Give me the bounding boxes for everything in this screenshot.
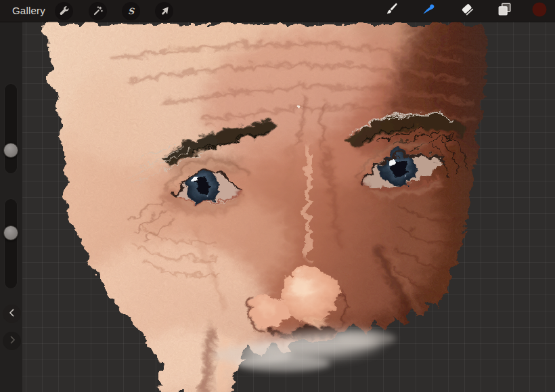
brush-icon (383, 1, 399, 20)
chevron-right-icon (5, 333, 19, 349)
undo-button[interactable] (3, 305, 21, 323)
drawing-canvas[interactable] (22, 22, 555, 392)
layers-button[interactable] (496, 3, 512, 19)
portrait-artwork (22, 22, 555, 392)
sidebar (0, 22, 22, 392)
color-swatch (532, 2, 547, 20)
brush-size-slider-handle[interactable] (3, 143, 18, 158)
transform-arrow-icon (158, 5, 171, 18)
redo-button[interactable] (3, 332, 21, 350)
actions-button[interactable] (55, 2, 73, 20)
wrench-icon (58, 5, 70, 18)
selection-button[interactable]: S (122, 2, 140, 20)
brush-opacity-slider[interactable] (4, 198, 18, 289)
selection-s-icon: S (125, 5, 137, 18)
gallery-button[interactable]: Gallery (12, 0, 45, 22)
adjustments-button[interactable] (89, 2, 107, 20)
eraser-icon (459, 1, 475, 20)
erase-tool-button[interactable] (459, 3, 475, 19)
paint-tool-button[interactable] (383, 3, 399, 19)
color-swatch-button[interactable] (532, 3, 547, 18)
magic-wand-icon (91, 5, 104, 18)
smudge-tool-button-active[interactable] (420, 3, 437, 19)
transform-button[interactable] (155, 2, 173, 20)
app-window: Gallery S (0, 0, 555, 392)
smudge-icon (420, 1, 437, 20)
brush-opacity-slider-handle[interactable] (3, 225, 18, 240)
svg-text:S: S (128, 5, 135, 16)
layers-icon (496, 1, 512, 20)
brush-size-slider[interactable] (4, 83, 18, 174)
top-toolbar: Gallery S (0, 0, 555, 22)
chevron-left-icon (5, 306, 19, 322)
